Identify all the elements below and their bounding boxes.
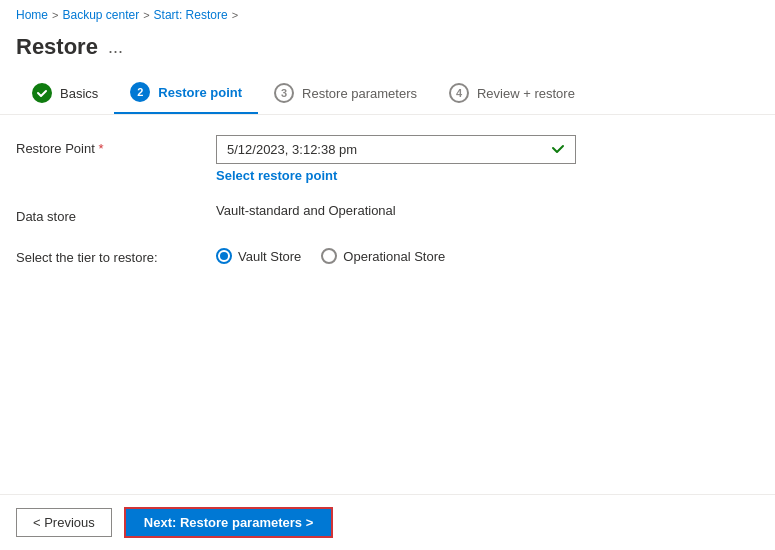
footer: < Previous Next: Restore parameters > [0,494,775,550]
tier-row: Select the tier to restore: Vault Store … [16,244,759,265]
previous-button[interactable]: < Previous [16,508,112,537]
restore-point-value: 5/12/2023, 3:12:38 pm Select restore poi… [216,135,759,183]
radio-operational-store[interactable]: Operational Store [321,248,445,264]
tier-options: Vault Store Operational Store [216,244,759,264]
tab-review-restore[interactable]: 4 Review + restore [433,73,591,113]
radio-operational-store-circle [321,248,337,264]
select-restore-point-link[interactable]: Select restore point [216,168,759,183]
restore-point-display-value: 5/12/2023, 3:12:38 pm [227,142,543,157]
radio-vault-store[interactable]: Vault Store [216,248,301,264]
tab-restore-point-circle: 2 [130,82,150,102]
more-options-icon[interactable]: ... [108,37,123,58]
data-store-row: Data store Vault-standard and Operationa… [16,203,759,224]
restore-point-label: Restore Point * [16,135,216,156]
breadcrumb-sep-1: > [52,9,58,21]
breadcrumb-backup-center[interactable]: Backup center [62,8,139,22]
tier-radio-group: Vault Store Operational Store [216,244,759,264]
page-title-area: Restore ... [0,30,775,72]
page-title: Restore [16,34,98,60]
breadcrumb: Home > Backup center > Start: Restore > [0,0,775,30]
radio-vault-store-label: Vault Store [238,249,301,264]
tab-review-restore-circle: 4 [449,83,469,103]
data-store-label: Data store [16,203,216,224]
next-button[interactable]: Next: Restore parameters > [124,507,333,538]
restore-point-row: Restore Point * 5/12/2023, 3:12:38 pm Se… [16,135,759,183]
data-store-value: Vault-standard and Operational [216,203,759,218]
breadcrumb-start-restore[interactable]: Start: Restore [154,8,228,22]
tab-restore-parameters-label: Restore parameters [302,86,417,101]
data-store-display-value: Vault-standard and Operational [216,197,396,218]
tab-restore-parameters-circle: 3 [274,83,294,103]
restore-point-required: * [95,141,104,156]
tier-label: Select the tier to restore: [16,244,216,265]
tab-restore-point-label: Restore point [158,85,242,100]
breadcrumb-home[interactable]: Home [16,8,48,22]
restore-point-check-icon [551,141,565,158]
tab-basics-label: Basics [60,86,98,101]
tab-basics-circle [32,83,52,103]
breadcrumb-sep-3: > [232,9,238,21]
radio-vault-store-circle [216,248,232,264]
breadcrumb-sep-2: > [143,9,149,21]
content-area: Restore Point * 5/12/2023, 3:12:38 pm Se… [0,135,775,265]
tab-review-restore-label: Review + restore [477,86,575,101]
tab-basics[interactable]: Basics [16,73,114,113]
tab-restore-point[interactable]: 2 Restore point [114,72,258,114]
tabs-bar: Basics 2 Restore point 3 Restore paramet… [0,72,775,115]
restore-point-input[interactable]: 5/12/2023, 3:12:38 pm [216,135,576,164]
tab-restore-parameters[interactable]: 3 Restore parameters [258,73,433,113]
radio-operational-store-label: Operational Store [343,249,445,264]
